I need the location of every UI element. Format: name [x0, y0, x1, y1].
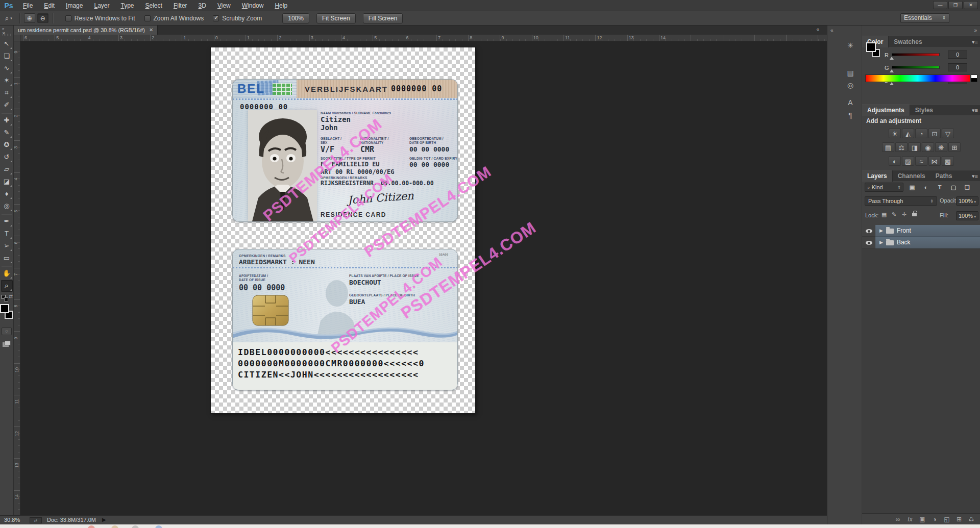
layer-style-icon[interactable]: fx — [904, 514, 916, 525]
info-panel-icon[interactable]: ◎ — [845, 80, 856, 91]
slider-thumb-icon[interactable] — [890, 57, 894, 60]
status-menu-arrow-icon[interactable]: ▶ — [102, 517, 106, 522]
checkbox-icon[interactable] — [213, 15, 219, 21]
hand-tool[interactable]: ✋ — [1, 268, 13, 280]
clone-stamp-tool[interactable]: ✪ — [1, 139, 13, 151]
magic-wand-tool[interactable]: ✶ — [1, 75, 13, 87]
quick-mask-button[interactable]: ◌ — [2, 328, 12, 335]
tools-panel-header[interactable]: » ✕ — [0, 26, 13, 33]
posterize-icon[interactable]: ▨ — [902, 156, 914, 166]
taskbar-app-icon[interactable] — [155, 525, 162, 528]
properties-panel-icon[interactable]: ▤ — [845, 67, 856, 79]
checkbox-icon[interactable] — [144, 15, 151, 21]
taskbar-app-icon[interactable] — [88, 525, 95, 528]
color-swatch-control[interactable] — [0, 304, 13, 322]
menu-filter[interactable]: Filter — [168, 0, 193, 11]
new-adjustment-icon[interactable]: ◑ — [928, 514, 941, 525]
channel-slider[interactable] — [892, 53, 940, 56]
vertical-ruler[interactable]: 01234567891011121314 — [14, 41, 20, 515]
disclosure-triangle-icon[interactable]: ▶ — [879, 228, 883, 233]
panel-menu-icon[interactable]: ▾≡ — [972, 39, 978, 45]
link-layers-icon[interactable]: ∞ — [892, 514, 904, 525]
adjustment-layer-filter-icon[interactable]: ◐ — [921, 183, 931, 192]
marquee-tool[interactable]: ❏ — [1, 51, 13, 62]
workspace-switcher[interactable]: Essentials ⇕ — [900, 13, 949, 23]
move-tool[interactable]: ↖ — [1, 38, 13, 50]
menu-view[interactable]: View — [212, 0, 236, 11]
fillscreen-button[interactable]: Fill Screen — [363, 13, 403, 23]
brightness-contrast-icon[interactable]: ☀ — [889, 129, 901, 138]
lock-pixels-icon[interactable]: ✎ — [892, 211, 896, 218]
type-layer-filter-icon[interactable]: T — [935, 183, 945, 192]
menu-edit[interactable]: Edit — [38, 0, 60, 11]
selective-color-icon[interactable]: ▩ — [942, 156, 954, 166]
zoom-tool-preset[interactable]: ⌕ ▾ — [0, 14, 16, 22]
levels-icon[interactable]: ◭ — [902, 129, 914, 138]
spectrum-bw-swatches[interactable] — [971, 74, 977, 82]
layer-filter-kind-select[interactable]: ⌕ Kind ⇕ — [865, 183, 903, 192]
visibility-cell[interactable] — [862, 225, 875, 237]
collapse-panels-icon[interactable]: » — [974, 28, 977, 33]
new-layer-icon[interactable]: ⊞ — [953, 514, 965, 525]
screen-mode-button[interactable] — [2, 340, 12, 348]
shape-tool[interactable]: ▭ — [1, 253, 13, 264]
checkbox-icon[interactable] — [65, 15, 71, 21]
add-mask-icon[interactable]: ▣ — [916, 514, 928, 525]
document-tab[interactable]: um residence permit card.psd @ 30.8% (RG… — [14, 26, 158, 35]
foreground-color-swatch[interactable] — [0, 304, 9, 313]
minimize-button[interactable]: — — [933, 1, 947, 9]
horizontal-ruler[interactable]: 65432101234567891011121314 — [14, 35, 827, 41]
close-button[interactable]: ✕ — [964, 1, 978, 9]
expand-panels-icon[interactable]: « — [830, 28, 834, 33]
history-brush-tool[interactable]: ↺ — [1, 152, 13, 163]
eye-icon[interactable] — [866, 241, 872, 245]
fill-field[interactable]: 100% ▾ — [956, 211, 978, 220]
menu-help[interactable]: Help — [269, 0, 293, 11]
zoom-out-button[interactable]: ⊖ — [37, 13, 48, 23]
path-select-tool[interactable]: ➢ — [1, 240, 13, 252]
eye-icon[interactable] — [866, 229, 872, 233]
channel-value-field[interactable]: 0 — [948, 51, 967, 59]
crop-tool[interactable]: ⌗ — [1, 87, 13, 99]
zoom-level-field[interactable]: 30.8% — [4, 517, 20, 523]
exposure-icon[interactable]: ⊡ — [928, 129, 941, 138]
menu-type[interactable]: Type — [115, 0, 139, 11]
layer-row-body[interactable]: ▶Back — [875, 237, 980, 248]
layers-empty-area[interactable] — [862, 248, 980, 513]
menu-image[interactable]: Image — [60, 0, 88, 11]
color-balance-icon[interactable]: ⚖ — [895, 142, 908, 152]
menu-layer[interactable]: Layer — [88, 0, 115, 11]
photo-filter-icon[interactable]: ◉ — [922, 142, 934, 152]
channel-mixer-icon[interactable]: ❋ — [935, 142, 947, 152]
ruler-corner[interactable] — [14, 35, 20, 41]
canvas-pasteboard[interactable]: BEL VERBLIJFSKAART 0000000 00 0000000 00 — [20, 41, 827, 515]
fitscreen-button[interactable]: Fit Screen — [316, 13, 356, 23]
shape-layer-filter-icon[interactable]: ▢ — [948, 183, 959, 192]
threshold-icon[interactable]: ≈ — [915, 156, 927, 166]
foreground-color-swatch[interactable] — [866, 42, 876, 52]
default-colors-control[interactable]: ⇄ — [2, 295, 12, 302]
blend-mode-select[interactable]: Pass Through ⇕ — [865, 196, 937, 206]
option-scrubby-zoom[interactable]: Scrubby Zoom — [213, 15, 262, 22]
delete-layer-icon[interactable]: ♺ — [965, 514, 977, 525]
dodge-tool[interactable]: ◎ — [1, 200, 13, 212]
taskbar-app-icon[interactable] — [132, 525, 139, 528]
layer-row-body[interactable]: ▶Front — [875, 225, 980, 237]
panel-menu-icon[interactable]: ▾≡ — [972, 107, 978, 114]
tab-channels[interactable]: Channels — [893, 170, 930, 182]
smart-object-filter-icon[interactable]: ❏ — [962, 183, 972, 192]
menu-file[interactable]: File — [17, 0, 38, 11]
type-tool[interactable]: T — [1, 228, 13, 240]
panel-menu-icon[interactable]: ▾≡ — [972, 173, 978, 180]
color-lookup-icon[interactable]: ⊞ — [948, 142, 961, 152]
menu-select[interactable]: Select — [140, 0, 168, 11]
slider-thumb-icon[interactable] — [890, 69, 894, 72]
new-group-icon[interactable]: ◱ — [941, 514, 953, 525]
history-panel-icon[interactable]: ✳ — [845, 40, 856, 51]
vibrance-icon[interactable]: ▽ — [942, 129, 954, 138]
opacity-field[interactable]: 100% ▾ — [956, 196, 978, 206]
disclosure-triangle-icon[interactable]: ▶ — [879, 240, 883, 245]
channel-slider[interactable] — [892, 66, 940, 69]
color-spectrum-ramp[interactable] — [865, 74, 970, 82]
color-panel-swatches[interactable] — [866, 42, 884, 60]
